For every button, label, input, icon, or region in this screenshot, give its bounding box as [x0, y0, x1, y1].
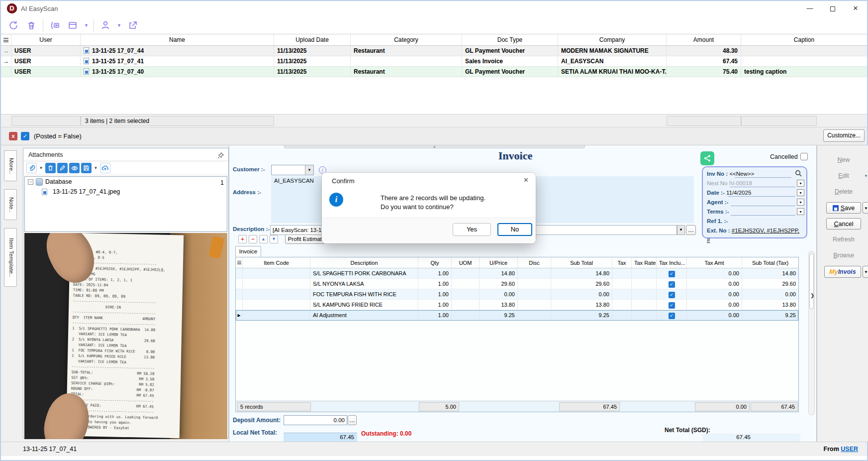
col-user[interactable]: User — [11, 34, 81, 45]
refresh-button[interactable] — [7, 19, 20, 32]
col-uom[interactable]: UOM — [452, 257, 480, 268]
minimize-button[interactable]: — — [798, 1, 821, 16]
item-row-selected[interactable]: ▶ AI Adjustment 1.00 9.25 9.25 ✓ 0.00 9.… — [236, 310, 798, 321]
col-uprice[interactable]: U/Price — [480, 257, 518, 268]
chevron-down-icon[interactable]: ▼ — [797, 189, 804, 196]
col-item-code[interactable]: Item Code — [243, 257, 310, 268]
sidebar-tab-item-template[interactable]: Item Template.. — [4, 228, 17, 287]
save-button[interactable]: Save — [826, 202, 861, 214]
attachment-preview[interactable]: DER NO: #O-4, O-7, O-6, O-5-------------… — [24, 233, 227, 439]
browse-button[interactable]: Browse — [826, 250, 861, 261]
table-row[interactable]: USER 13-11-25 17_07_40 11/13/2025 Restau… — [1, 67, 867, 77]
edit-button[interactable]: Edit — [826, 170, 861, 182]
attachment-delete-button[interactable] — [45, 163, 56, 173]
sidebar-tab-more[interactable]: More.. — [4, 150, 17, 181]
date-row[interactable]: Date :- 11/4/2025 ▼ — [707, 188, 802, 198]
attachment-upload-button[interactable] — [100, 163, 110, 173]
col-amount[interactable]: Amount — [667, 34, 741, 45]
attach-file-button[interactable] — [26, 163, 37, 173]
layout-button[interactable] — [66, 19, 79, 32]
move-up-button[interactable]: ▲ — [259, 235, 268, 243]
col-tax-rate[interactable]: Tax Rate — [632, 257, 657, 268]
vertical-scrollbar[interactable] — [808, 251, 815, 415]
col-description[interactable]: Description — [310, 257, 418, 268]
deposit-more-button[interactable]: … — [348, 415, 357, 425]
next-no-row[interactable]: Next No IV-00018 ▼ — [707, 179, 802, 188]
chevron-down-icon[interactable]: ▼ — [305, 165, 313, 175]
user-dropdown[interactable]: ▼ — [117, 23, 121, 28]
col-caption[interactable]: Caption — [741, 34, 867, 45]
customer-combo[interactable]: ▼ — [271, 165, 314, 175]
item-row[interactable]: S/L KAMPUNG FRIED RICE 1.00 13.80 13.80 … — [236, 300, 798, 310]
maximize-button[interactable] — [821, 1, 844, 16]
col-tax-amt[interactable]: Tax Amt — [687, 257, 742, 268]
deposit-amount-input[interactable]: 0.00 — [284, 415, 347, 425]
dialog-close-icon[interactable]: ✕ — [523, 176, 529, 184]
customize-button[interactable]: Customize... — [823, 129, 865, 142]
myinvois-dropdown[interactable]: ▼ — [863, 266, 868, 278]
col-name[interactable]: Name — [81, 34, 274, 45]
description-more-button[interactable]: … — [686, 225, 696, 235]
chevron-down-icon[interactable]: ▼ — [797, 199, 804, 206]
pin-icon[interactable] — [217, 151, 224, 164]
expand-chevron-icon[interactable]: ❯ — [810, 293, 814, 298]
item-row[interactable]: S/L SPAGHETTI PORK CARBONARA 1.00 14.80 … — [236, 268, 798, 279]
item-row[interactable]: S/L NYONYA LAKSA 1.00 29.60 29.60 ✓ 0.00… — [236, 279, 798, 289]
col-tax-inclusive[interactable]: Tax Inclu... — [657, 257, 687, 268]
add-row-button[interactable]: + — [238, 235, 247, 243]
col-tax[interactable]: Tax — [612, 257, 632, 268]
new-button[interactable]: New — [826, 154, 861, 166]
col-disc[interactable]: Disc — [518, 257, 551, 268]
refresh-button-side[interactable]: Refresh — [826, 234, 861, 245]
chevron-down-icon[interactable]: ▼ — [797, 180, 804, 187]
attachment-edit-button[interactable] — [57, 163, 68, 173]
myinvois-button[interactable]: MyInvois — [824, 266, 861, 278]
attachment-view-button[interactable] — [69, 163, 80, 173]
splitter-handle[interactable]: ᴧ — [284, 145, 585, 148]
attach-dropdown[interactable]: ▼ — [38, 163, 44, 173]
tax-inclusive-checkbox[interactable]: ✓ — [669, 313, 675, 319]
inv-no-row[interactable]: Inv No : <<New>> — [707, 169, 802, 179]
clear-filter-button[interactable]: x — [9, 132, 17, 140]
terms-row[interactable]: Terms :- ▼ — [707, 207, 802, 217]
scrollbar-thumb[interactable] — [809, 253, 814, 309]
no-button[interactable]: No — [497, 223, 532, 236]
cancel-button[interactable]: Cancel — [826, 218, 861, 230]
attachment-save-dropdown[interactable]: ▼ — [93, 163, 98, 173]
remove-row-button[interactable]: − — [249, 235, 257, 243]
collapse-panel-button[interactable] — [48, 19, 61, 32]
save-dropdown[interactable]: ▼ — [863, 202, 868, 214]
tax-inclusive-checkbox[interactable]: ✓ — [669, 271, 675, 277]
ext-no-row[interactable]: Ext. No : #1EJHS2GV, #1EJHS2PP, # — [707, 226, 802, 235]
description-dropdown[interactable]: ▼ — [677, 225, 685, 235]
chevron-down-icon[interactable]: ▼ — [797, 208, 804, 215]
share-link-button[interactable] — [700, 151, 714, 165]
col-category[interactable]: Category — [351, 34, 462, 45]
edit-dropdown[interactable]: ▼ — [863, 170, 868, 182]
delete-button[interactable] — [25, 19, 38, 32]
sidebar-tab-note[interactable]: Note.. — [4, 189, 17, 220]
delete-button[interactable]: Delete — [826, 186, 861, 198]
col-doc-type[interactable]: Doc Type — [462, 34, 558, 45]
grid-menu-icon[interactable] — [1, 34, 11, 45]
tree-node-database[interactable]: − Database 1 — [25, 177, 227, 187]
tree-node-file[interactable]: 13-11-25 17_07_41.jpeg — [25, 187, 227, 197]
filter-checkbox[interactable]: ✓ — [21, 132, 29, 140]
agent-row[interactable]: Agent :- ▼ — [707, 198, 802, 207]
tab-invoice[interactable]: Invoice — [235, 246, 261, 257]
item-row[interactable]: FOC TEMPURA FISH WITH RICE 1.00 0.00 0.0… — [236, 289, 798, 300]
col-company[interactable]: Company — [558, 34, 667, 45]
tax-inclusive-checkbox[interactable]: ✓ — [669, 302, 675, 309]
statusbar-user-link[interactable]: USER — [841, 446, 858, 453]
tax-inclusive-checkbox[interactable]: ✓ — [669, 281, 675, 288]
tree-expander-icon[interactable]: − — [28, 179, 33, 185]
col-upload-date[interactable]: Upload Date — [274, 34, 351, 45]
attachment-save-button[interactable] — [81, 163, 92, 173]
ref1-row[interactable]: Ref 1. :- — [707, 217, 802, 226]
table-row[interactable]: → USER 13-11-25 17_07_41 11/13/2025 Sale… — [1, 56, 867, 67]
share-button[interactable] — [126, 19, 139, 32]
user-button[interactable] — [99, 19, 112, 32]
col-sub-total[interactable]: Sub Total — [551, 257, 612, 268]
col-qty[interactable]: Qty — [418, 257, 452, 268]
move-down-button[interactable]: ▼ — [270, 235, 278, 243]
